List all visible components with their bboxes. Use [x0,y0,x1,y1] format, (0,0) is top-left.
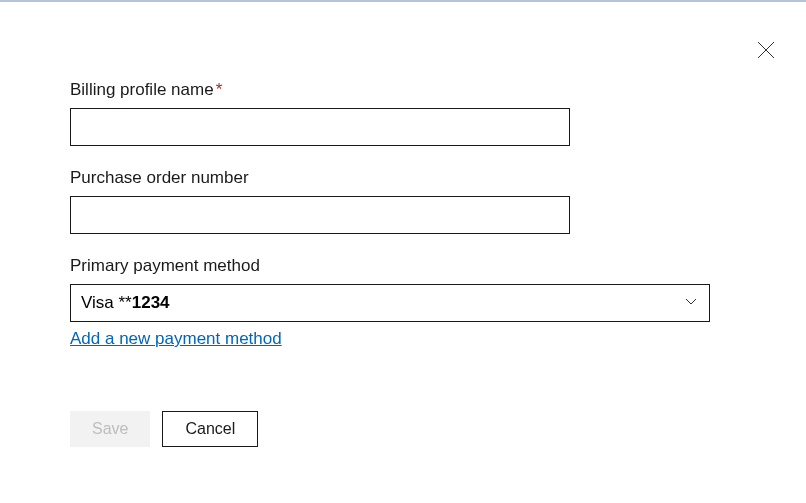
purchase-order-input[interactable] [70,196,570,234]
billing-form: Billing profile name* Purchase order num… [0,2,806,447]
payment-method-select[interactable]: Visa **1234 [70,284,710,322]
close-button[interactable] [756,40,776,60]
save-button[interactable]: Save [70,411,150,447]
close-icon [757,41,775,59]
add-payment-link[interactable]: Add a new payment method [70,329,282,349]
billing-profile-label: Billing profile name* [70,80,736,100]
button-row: Save Cancel [70,411,736,447]
cancel-button[interactable]: Cancel [162,411,258,447]
payment-method-field: Primary payment method Visa **1234 Add a… [70,256,736,349]
payment-method-label: Primary payment method [70,256,736,276]
required-indicator: * [216,80,223,99]
billing-profile-field: Billing profile name* [70,80,736,146]
billing-profile-input[interactable] [70,108,570,146]
purchase-order-label: Purchase order number [70,168,736,188]
purchase-order-field: Purchase order number [70,168,736,234]
payment-method-value: Visa **1234 [81,293,170,313]
